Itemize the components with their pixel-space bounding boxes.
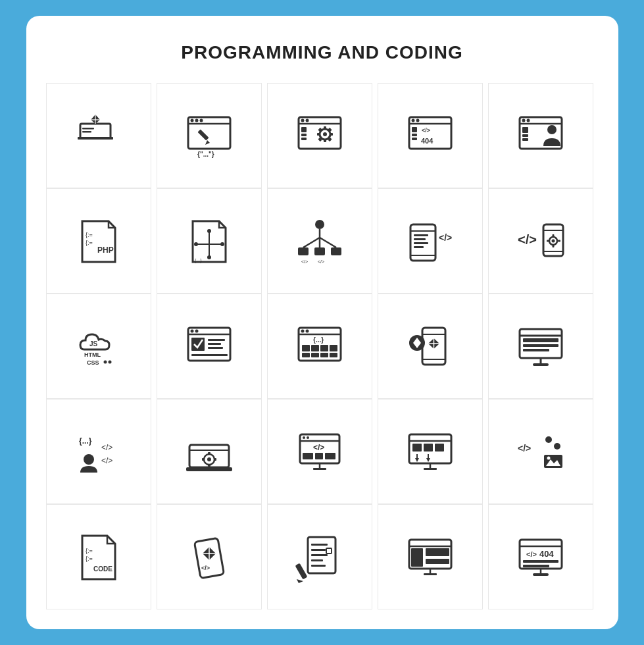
svg-point-137 (207, 457, 211, 461)
svg-rect-27 (330, 133, 333, 136)
svg-point-166 (554, 443, 560, 450)
svg-rect-191 (426, 559, 449, 564)
svg-line-63 (320, 238, 336, 247)
svg-rect-65 (314, 247, 325, 255)
svg-rect-73 (414, 238, 426, 240)
svg-point-57 (220, 242, 224, 246)
icon-pencil-checklist (267, 504, 372, 609)
svg-point-94 (190, 330, 193, 333)
svg-rect-139 (208, 464, 211, 467)
svg-rect-24 (324, 126, 326, 130)
svg-marker-186 (297, 579, 303, 583)
svg-text:</>: </> (318, 259, 324, 264)
svg-point-10 (195, 119, 198, 122)
svg-rect-189 (411, 548, 423, 567)
svg-rect-47 (522, 138, 528, 141)
svg-rect-190 (426, 548, 449, 556)
svg-text:</>: </> (518, 443, 531, 453)
svg-point-54 (207, 229, 211, 233)
svg-text:</>: </> (439, 232, 452, 243)
svg-rect-85 (547, 240, 549, 242)
svg-text:</>: </> (422, 127, 430, 134)
svg-rect-97 (208, 339, 225, 341)
svg-point-11 (199, 119, 203, 122)
svg-rect-184 (326, 548, 332, 554)
svg-rect-193 (424, 573, 437, 575)
svg-rect-66 (331, 247, 341, 255)
icon-monitor-code-arrows (378, 399, 483, 504)
icon-web-diamond (46, 83, 151, 188)
icon-monitor-404: </> 404 (488, 504, 593, 609)
svg-text:JS: JS (89, 340, 98, 348)
svg-rect-150 (325, 453, 335, 459)
svg-rect-109 (330, 345, 337, 351)
svg-rect-179 (311, 544, 328, 546)
svg-point-43 (522, 119, 525, 122)
svg-rect-106 (302, 345, 310, 351)
svg-marker-161 (426, 458, 430, 462)
svg-rect-107 (311, 345, 319, 351)
icon-mobile-diamond (378, 294, 483, 399)
svg-point-103 (301, 330, 304, 333)
icon-mobile-list-code: </> (378, 188, 483, 294)
svg-text:PHP: PHP (202, 470, 213, 476)
svg-rect-148 (303, 453, 313, 459)
icon-network-hierarchy: </> </> (267, 188, 372, 294)
svg-rect-36 (412, 127, 417, 132)
svg-point-146 (307, 436, 309, 439)
svg-rect-3 (82, 131, 91, 133)
svg-rect-108 (320, 345, 328, 351)
svg-rect-198 (523, 560, 558, 563)
svg-text:{...}: {...} (79, 436, 92, 446)
svg-rect-83 (552, 234, 554, 237)
svg-rect-19 (301, 127, 307, 132)
svg-rect-99 (208, 347, 223, 349)
svg-rect-156 (424, 444, 433, 452)
svg-rect-113 (330, 353, 337, 357)
svg-rect-122 (520, 329, 562, 358)
icon-php-file: {:= {:= PHP (46, 188, 151, 294)
svg-rect-152 (313, 468, 326, 470)
svg-text:</>: </> (526, 550, 537, 558)
svg-text:{:=: {:= (86, 555, 93, 562)
svg-point-23 (323, 132, 327, 136)
svg-rect-45 (522, 127, 528, 133)
svg-text:</>: </> (101, 456, 112, 465)
svg-text:</>: </> (301, 259, 308, 264)
svg-rect-126 (523, 349, 549, 351)
icon-web-user (488, 83, 593, 188)
svg-point-17 (301, 119, 304, 122)
svg-rect-7 (188, 117, 230, 149)
svg-rect-138 (208, 452, 211, 455)
svg-rect-112 (320, 353, 328, 357)
svg-rect-64 (298, 247, 309, 255)
svg-marker-13 (205, 140, 210, 145)
svg-rect-98 (208, 343, 221, 345)
svg-rect-74 (414, 242, 428, 244)
svg-rect-201 (533, 573, 549, 576)
page-title: PROGRAMMING AND CODING (46, 42, 599, 63)
icon-web-settings (267, 83, 372, 188)
svg-rect-182 (311, 559, 323, 561)
svg-text:{...}: {...} (195, 258, 202, 263)
svg-rect-185 (295, 563, 307, 580)
svg-rect-183 (311, 565, 326, 567)
svg-point-48 (547, 125, 557, 134)
svg-rect-163 (424, 468, 437, 470)
svg-text:{:=: {:= (86, 548, 93, 554)
svg-point-9 (190, 119, 193, 122)
svg-rect-111 (311, 353, 319, 357)
svg-rect-141 (214, 458, 216, 461)
svg-text:</>: </> (313, 443, 324, 452)
svg-rect-20 (301, 134, 307, 136)
icon-web-layout-sidebar (378, 504, 483, 609)
svg-rect-155 (412, 444, 422, 452)
svg-rect-125 (523, 344, 558, 347)
svg-point-55 (207, 255, 211, 259)
svg-rect-46 (522, 134, 528, 137)
icon-mobile-diamond-design: </> (157, 504, 262, 609)
main-card: PROGRAMMING AND CODING (26, 16, 618, 629)
svg-point-91 (108, 361, 111, 364)
icon-grid: {"..."} (46, 83, 599, 609)
svg-rect-128 (533, 363, 549, 366)
